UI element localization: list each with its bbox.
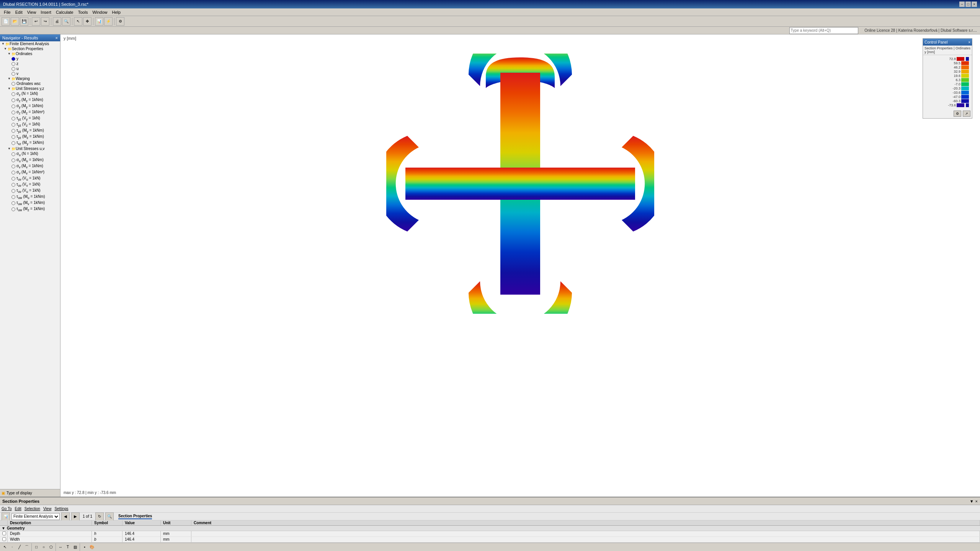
- menu-view[interactable]: View: [25, 9, 39, 15]
- undo-btn[interactable]: ↩: [32, 17, 40, 26]
- tree-sz-mz2[interactable]: σz (Mz = 1kNm²): [0, 109, 60, 116]
- calc-btn[interactable]: ⚡: [104, 17, 113, 26]
- radio-y[interactable]: [11, 57, 15, 61]
- draw-fill-btn[interactable]: ▪: [81, 544, 88, 551]
- radio-tyz-vz[interactable]: [11, 123, 15, 127]
- draw-text-btn[interactable]: T: [64, 544, 71, 551]
- radio-su-mu[interactable]: [11, 158, 15, 162]
- maximize-btn[interactable]: □: [965, 2, 971, 7]
- zoom-btn[interactable]: 🔍: [62, 17, 70, 26]
- radio-tuw-mz[interactable]: [11, 207, 15, 211]
- menu-help[interactable]: Help: [110, 9, 123, 15]
- tree-tuw-mv[interactable]: τuw (Mv = 1kNm): [0, 200, 60, 206]
- tree-su-mu[interactable]: σu (Mu = 1kNm): [0, 157, 60, 163]
- open-btn[interactable]: 📂: [11, 17, 19, 26]
- radio-u[interactable]: [11, 67, 15, 71]
- navigator-close-icon[interactable]: ×: [56, 36, 58, 40]
- radio-tyz-vy[interactable]: [11, 117, 15, 121]
- radio-sz-mz[interactable]: [11, 98, 15, 102]
- tree-root[interactable]: ▼ 📁 Finite Element Analysis: [0, 41, 60, 46]
- tree-tyz-mz2[interactable]: τxz (My = 1kNm): [0, 140, 60, 146]
- tree-v[interactable]: v: [0, 71, 60, 76]
- sp-search-btn[interactable]: 🔍: [105, 512, 114, 521]
- radio-tuv-vu2[interactable]: [11, 189, 15, 193]
- tree-warping[interactable]: ▼ 📁 Warping: [0, 76, 60, 81]
- radio-su-n[interactable]: [11, 152, 15, 156]
- sp-edit-btn[interactable]: Edit: [15, 507, 21, 511]
- radio-sz-n[interactable]: [11, 92, 15, 96]
- radio-tyz-mz2[interactable]: [11, 141, 15, 145]
- sp-settings-btn[interactable]: Settings: [54, 507, 68, 511]
- radio-sv-mv2[interactable]: [11, 171, 15, 174]
- menu-insert[interactable]: Insert: [38, 9, 54, 15]
- print-btn[interactable]: 🖨: [53, 17, 61, 26]
- close-btn[interactable]: ×: [972, 2, 977, 7]
- tree-y[interactable]: y: [0, 56, 60, 61]
- radio-tyz-mz1[interactable]: [11, 135, 15, 139]
- radio-z[interactable]: [11, 62, 15, 66]
- menu-calculate[interactable]: Calculate: [54, 9, 76, 15]
- tree-u[interactable]: u: [0, 66, 60, 71]
- radio-v[interactable]: [11, 72, 15, 76]
- sp-table-icon[interactable]: 📊: [2, 512, 10, 521]
- draw-point-btn[interactable]: ·: [9, 544, 16, 551]
- sp-module-select[interactable]: Finite Element Analysis: [11, 513, 60, 520]
- sp-prev-btn[interactable]: ◀: [61, 512, 70, 521]
- tree-ordinates[interactable]: ▼ 📁 Ordinates: [0, 51, 60, 56]
- sp-view-btn[interactable]: View: [43, 507, 52, 511]
- sp-checkbox-width[interactable]: [2, 537, 6, 541]
- draw-circle-btn[interactable]: ○: [40, 544, 47, 551]
- tree-tyz-vz[interactable]: τyz (Vz = 1kN): [0, 122, 60, 128]
- menu-edit[interactable]: Edit: [13, 9, 25, 15]
- radio-tuv-vv[interactable]: [11, 183, 15, 187]
- search-input[interactable]: [789, 27, 858, 34]
- results-btn[interactable]: 📊: [95, 17, 103, 26]
- radio-tyz-my[interactable]: [11, 129, 15, 133]
- tree-ord-wsc[interactable]: Ordinates wsc: [0, 81, 60, 86]
- draw-dim-btn[interactable]: ↔: [57, 544, 64, 551]
- draw-polygon-btn[interactable]: ⬠: [47, 544, 54, 551]
- tree-sz-mz[interactable]: σz (Mz = 1kNm): [0, 97, 60, 103]
- sp-group-expand-icon[interactable]: ▼: [2, 526, 5, 530]
- cp-export-btn[interactable]: ↗: [963, 111, 970, 117]
- tree-tuv-vv[interactable]: τuv (Vv = 1kN): [0, 182, 60, 188]
- tree-tyz-vy[interactable]: τyz (Vy = 1kN): [0, 116, 60, 122]
- menu-tools[interactable]: Tools: [76, 9, 90, 15]
- radio-sv-mv[interactable]: [11, 165, 15, 168]
- tree-tyz-mz1[interactable]: τyz (Mz = 1kNm): [0, 134, 60, 140]
- radio-ord-wsc[interactable]: [11, 82, 15, 86]
- tree-z[interactable]: z: [0, 61, 60, 66]
- draw-arc-btn[interactable]: ⌒: [23, 544, 30, 551]
- draw-line-btn[interactable]: ╱: [16, 544, 23, 551]
- tree-tuw-mz[interactable]: τuw (Mz = 1kNm): [0, 206, 60, 212]
- radio-tuv-mu[interactable]: [11, 195, 15, 199]
- sp-refresh-btn[interactable]: ↻: [95, 512, 104, 521]
- tree-su-n[interactable]: σu (N = 1kN): [0, 151, 60, 157]
- window-controls[interactable]: − □ ×: [959, 2, 977, 7]
- sp-next-btn[interactable]: ▶: [71, 512, 80, 521]
- radio-tuw-mv[interactable]: [11, 201, 15, 205]
- minimize-btn[interactable]: −: [959, 2, 965, 7]
- tree-unit-yz[interactable]: ▼ 📁 Unit Stresses y,z: [0, 86, 60, 91]
- cp-close-icon[interactable]: ×: [968, 40, 970, 44]
- tree-tyz-my[interactable]: τyz (My = 1kNm): [0, 128, 60, 134]
- sp-checkbox-depth[interactable]: [2, 531, 6, 535]
- radio-tuv-vu[interactable]: [11, 177, 15, 181]
- select-btn[interactable]: ↖: [74, 17, 82, 26]
- new-btn[interactable]: 📄: [2, 17, 10, 26]
- sp-selection-btn[interactable]: Selection: [24, 507, 40, 511]
- radio-sy-my[interactable]: [11, 104, 15, 108]
- radio-sz-mz2[interactable]: [11, 111, 15, 114]
- tree-sy-my[interactable]: σy (My = 1kNm): [0, 103, 60, 109]
- draw-rect-btn[interactable]: □: [33, 544, 40, 551]
- cp-settings-btn[interactable]: ⚙: [954, 111, 961, 117]
- sp-expand-icon[interactable]: ▼: [970, 499, 974, 504]
- sp-close-icon[interactable]: ×: [975, 499, 978, 504]
- tree-sv-mv[interactable]: σv (Mv = 1kNm): [0, 163, 60, 170]
- redo-btn[interactable]: ↪: [41, 17, 49, 26]
- tree-unit-uv[interactable]: ▼ 📁 Unit Stresses u,v: [0, 146, 60, 151]
- tree-sz-n[interactable]: σz (N = 1kN): [0, 91, 60, 97]
- sp-goto-btn[interactable]: Go To: [2, 507, 12, 511]
- tree-tuv-mu[interactable]: τuw (Mu = 1kNm): [0, 194, 60, 200]
- move-btn[interactable]: ✥: [83, 17, 91, 26]
